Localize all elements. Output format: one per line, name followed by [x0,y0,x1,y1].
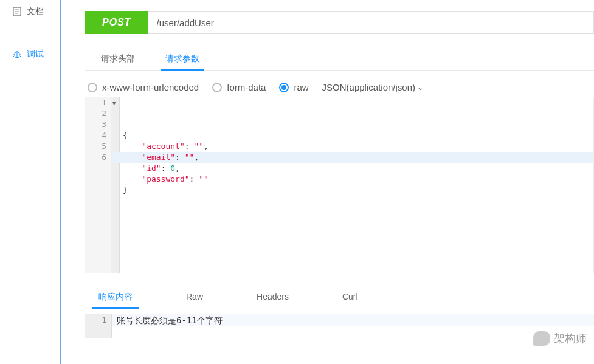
radio-formdata[interactable]: form-data [212,82,266,92]
tab-response-raw[interactable]: Raw [184,287,205,309]
url-input[interactable] [148,11,594,34]
gutter-line: 3 [85,119,106,130]
http-method-badge[interactable]: POST [85,11,148,34]
radio-urlencoded-label: x-www-form-urlencoded [102,82,199,92]
radio-raw-label: raw [294,82,308,92]
radio-formdata-label: form-data [227,82,266,92]
watermark-text: 架构师 [554,331,587,346]
tab-response-headers[interactable]: Headers [254,287,291,309]
tab-request-params[interactable]: 请求参数 [161,49,204,70]
document-icon [12,7,22,16]
content-type-label: JSON(application/json) [322,82,415,92]
request-body-editor[interactable]: ▼ 1 2 3 4 5 6 { "account": "", "email": … [85,97,594,273]
bug-icon [12,49,22,59]
response-text: 账号长度必须是6-11个字符 [117,315,223,325]
code-text-area[interactable]: { "account": "", "email": "", "id": 0, "… [112,97,593,273]
sidebar-item-debug[interactable]: 调试 [0,44,60,64]
sidebar-debug-label: 调试 [27,49,44,60]
response-body-editor[interactable]: 1 账号长度必须是6-11个字符 [85,314,594,338]
response-gutter: 1 [85,314,112,338]
sidebar: 文档 调试 [0,0,61,364]
sidebar-docs-label: 文档 [27,6,44,17]
gutter-line: 4 [85,130,106,141]
main-panel: POST 请求头部 请求参数 x-www-form-urlencoded for… [85,0,594,364]
svg-line-9 [20,56,21,57]
watermark: 架构师 [533,331,587,346]
gutter-line: 1 [85,314,106,326]
url-row: POST [85,11,594,34]
response-text-area[interactable]: 账号长度必须是6-11个字符 [112,314,594,338]
gutter-line: 1 [85,97,106,108]
svg-line-6 [13,52,14,53]
radio-icon [212,83,222,92]
wechat-icon [533,331,550,346]
gutter-line: 5 [85,141,106,152]
radio-urlencoded[interactable]: x-www-form-urlencoded [88,82,199,92]
body-type-row: x-www-form-urlencoded form-data raw JSON… [85,82,594,92]
sidebar-item-docs[interactable]: 文档 [0,1,60,22]
tab-response-curl[interactable]: Curl [340,287,361,309]
editor-gutter: ▼ 1 2 3 4 5 6 [85,97,112,273]
request-tabs: 请求头部 请求参数 [85,49,594,71]
svg-line-8 [13,56,14,57]
content-type-dropdown[interactable]: JSON(application/json) ⌄ [322,82,423,92]
radio-raw[interactable]: raw [279,82,308,92]
svg-line-7 [20,52,21,53]
tab-response-content[interactable]: 响应内容 [96,287,135,309]
response-tabs: 响应内容 Raw Headers Curl [85,287,594,309]
radio-icon [279,83,289,92]
gutter-line: 6 [85,152,106,163]
gutter-line: 2 [85,108,106,119]
tab-request-headers[interactable]: 请求头部 [96,49,140,70]
chevron-down-icon: ⌄ [417,83,423,92]
radio-icon [88,83,97,92]
